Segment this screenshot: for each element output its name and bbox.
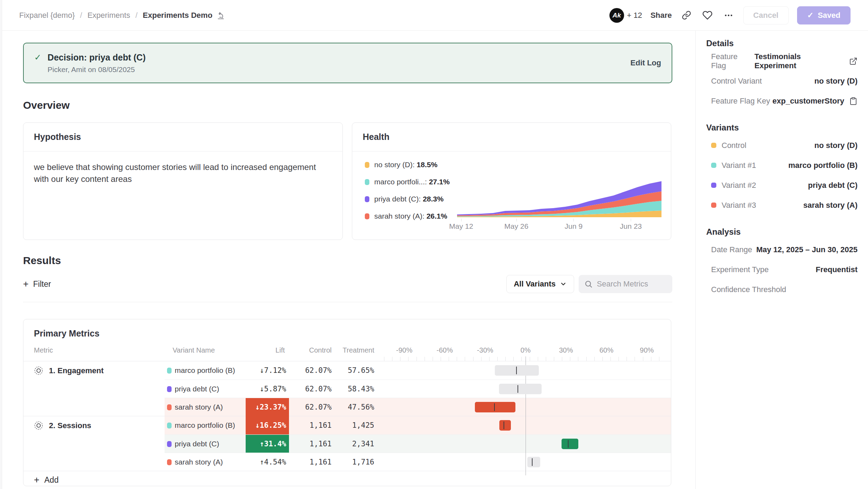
sidebar-row-value: priya debt (C) — [808, 181, 858, 190]
add-metric-button[interactable]: + Add — [23, 471, 671, 486]
health-card: Health no story (D): 18.5%marco portfoli… — [352, 122, 671, 240]
metric-cell[interactable]: 2. Sessions — [23, 416, 165, 471]
control-value: 62.07% — [289, 361, 332, 380]
variants-heading: Variants — [706, 123, 858, 133]
minor-tick — [417, 357, 417, 361]
minor-tick — [659, 357, 659, 361]
variant-row[interactable]: priya debt (C)↑31.4%1,1612,341 — [165, 434, 671, 453]
overview-heading: Overview — [23, 99, 672, 111]
legend-item[interactable]: priya debt (C): 28.3% — [365, 195, 450, 203]
sidebar-row: Variant #2priya debt (C) — [706, 175, 858, 195]
edit-log-button[interactable]: Edit Log — [630, 58, 661, 68]
search-metrics-box[interactable] — [579, 275, 672, 293]
hypothesis-body: we believe that showing customer stories… — [23, 151, 342, 195]
decision-title: Decision: priya debt (C) — [48, 52, 146, 63]
favorite-icon[interactable] — [701, 9, 714, 22]
add-filter-button[interactable]: + Filter — [23, 279, 51, 289]
variant-row[interactable]: sarah story (A)↑4.54%1,1611,716 — [165, 453, 671, 471]
variant-row[interactable]: sarah story (A)↓23.37%62.07%47.56% — [165, 398, 671, 416]
collaborator-count: + 12 — [627, 11, 642, 20]
saved-button[interactable]: ✓ Saved — [797, 6, 851, 24]
main-content: ✓ Decision: priya debt (C) Picker, Amit … — [0, 31, 695, 489]
minor-tick — [586, 357, 587, 361]
sidebar-row: Control Variantno story (D) — [706, 71, 858, 91]
variant-row[interactable]: marco portfolio (B)↓16.25%1,1611,425 — [165, 416, 671, 434]
copy-link-icon[interactable] — [680, 9, 693, 22]
minor-tick — [449, 357, 449, 361]
metric-name: 1. Engagement — [49, 366, 103, 375]
health-title: Health — [352, 123, 671, 151]
experiments-page: Fixpanel {demo} / Experiments / Experime… — [0, 0, 868, 489]
sidebar-row-label: Variant #3 — [706, 201, 756, 210]
axis-label: 30% — [549, 346, 584, 354]
legend-color-chip — [365, 196, 369, 202]
variant-color-chip — [167, 386, 172, 392]
search-icon — [584, 280, 593, 288]
control-value: 1,161 — [289, 435, 332, 453]
minor-tick — [473, 357, 473, 361]
check-icon: ✓ — [34, 52, 41, 62]
results-heading: Results — [23, 255, 672, 267]
sidebar-row-label: Confidence Threshold — [706, 285, 786, 294]
details-section: Details Feature FlagTestimonials Experim… — [706, 38, 858, 111]
legend-item[interactable]: no story (D): 18.5% — [365, 161, 450, 169]
confidence-interval-bar[interactable] — [499, 420, 511, 431]
breadcrumb-section[interactable]: Experiments — [87, 11, 130, 20]
minor-tick — [513, 357, 514, 361]
x-axis-label: Jun 9 — [565, 222, 583, 231]
collaborators[interactable]: Ak + 12 — [609, 8, 642, 23]
minor-tick — [425, 357, 425, 361]
confidence-interval-bar[interactable] — [495, 365, 539, 376]
breadcrumb-root[interactable]: Fixpanel {demo} — [19, 11, 75, 20]
minor-tick — [643, 357, 643, 361]
sidebar-row-label: Feature Flag Key — [706, 97, 770, 106]
cancel-button[interactable]: Cancel — [743, 6, 789, 24]
minor-tick — [489, 357, 490, 361]
minor-tick — [554, 357, 554, 361]
axis-label: 0% — [508, 346, 543, 354]
copy-icon[interactable] — [849, 97, 858, 105]
analysis-heading: Analysis — [706, 227, 858, 237]
confidence-interval-bar[interactable] — [527, 457, 540, 467]
lift-marker — [568, 440, 569, 448]
col-treatment: Treatment — [333, 346, 374, 354]
variant-name: marco portfolio (B) — [175, 421, 235, 430]
breadcrumb-current[interactable]: Experiments Demo — [143, 10, 226, 20]
minor-tick — [627, 357, 627, 361]
variant-row[interactable]: priya debt (C)↓5.87%62.07%58.43% — [165, 380, 671, 398]
minor-tick — [570, 357, 570, 361]
sidebar-row-value: exp_customerStory — [773, 97, 858, 106]
axis-label: 60% — [589, 346, 624, 354]
chevron-down-icon — [560, 281, 567, 288]
toolbar-right: All Variants — [506, 275, 672, 293]
legend-item[interactable]: sarah story (A): 26.1% — [365, 212, 450, 220]
sidebar-row-label: Experiment Type — [706, 265, 769, 274]
variants-dropdown[interactable]: All Variants — [506, 275, 574, 293]
sidebar-row-value: no story (D) — [815, 77, 858, 86]
legend-item[interactable]: marco portfoli...: 27.1% — [365, 178, 450, 186]
confidence-interval-bar[interactable] — [562, 439, 578, 449]
share-button[interactable]: Share — [650, 11, 672, 20]
health-area-chart — [457, 179, 661, 220]
microscope-icon — [216, 10, 226, 20]
variant-color-chip — [167, 404, 172, 410]
top-bar: Fixpanel {demo} / Experiments / Experime… — [0, 0, 868, 31]
health-x-axis: May 12May 26Jun 9Jun 23 — [457, 220, 661, 232]
metric-cell[interactable]: 1. Engagement — [23, 361, 165, 416]
confidence-interval-bar[interactable] — [499, 384, 542, 394]
breadcrumb-separator: / — [80, 11, 82, 20]
avatar[interactable]: Ak — [609, 8, 624, 23]
more-menu-icon[interactable] — [722, 9, 735, 22]
variant-row[interactable]: marco portfolio (B)↓7.12%62.07%57.65% — [165, 361, 671, 380]
search-metrics-input[interactable] — [597, 279, 660, 289]
metric-target-icon — [34, 421, 43, 430]
lift-value: ↓7.12% — [246, 361, 289, 380]
x-axis-tick — [631, 219, 631, 221]
axis-ticks — [23, 356, 671, 361]
metrics-table-header: Metric Variant Name Lift Control Treatme… — [23, 343, 671, 361]
minor-tick — [530, 357, 530, 361]
metric-target-icon — [34, 366, 43, 375]
confidence-interval-bar[interactable] — [475, 402, 515, 412]
sidebar-row-label: Control Variant — [706, 77, 762, 86]
external-link-icon[interactable] — [849, 57, 858, 65]
